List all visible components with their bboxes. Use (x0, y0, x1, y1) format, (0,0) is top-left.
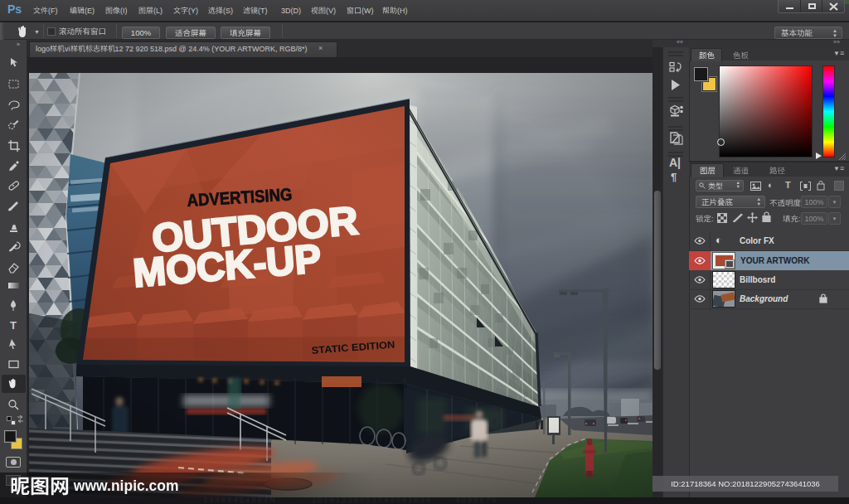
svg-text:T: T (10, 319, 17, 332)
